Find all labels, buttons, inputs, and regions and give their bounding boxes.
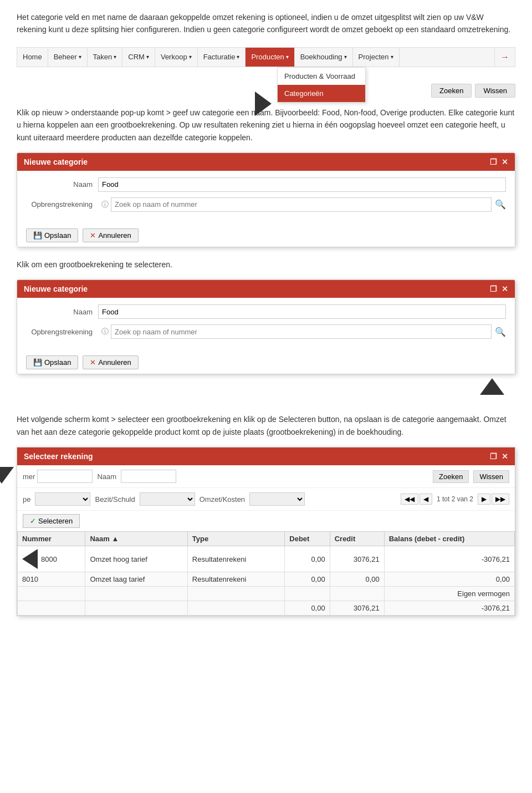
modal2-close-icon[interactable]: ✕ — [502, 284, 508, 293]
table-row[interactable]: 8010 Omzet laag tarief Resultatenrekeni … — [18, 572, 515, 587]
save-icon2: 💾 — [33, 358, 42, 367]
table-body: 8000 Omzet hoog tarief Resultatenrekeni … — [18, 546, 515, 616]
save-icon1: 💾 — [33, 231, 42, 240]
select-modal-close-icon[interactable]: ✕ — [502, 452, 508, 461]
modal2-resize-icon[interactable]: ❐ — [490, 284, 497, 293]
modal2-cancel-button[interactable]: ✕ Annuleren — [83, 355, 138, 369]
modal2-opbrengst-input[interactable] — [111, 324, 492, 339]
dropdown-producten-voorraad[interactable]: Producten & Voorraad — [278, 68, 365, 85]
nav-beheer-label: Beheer — [54, 53, 77, 61]
nav-projecten-label: Projecten — [359, 53, 389, 61]
nav-beheer[interactable]: Beheer ▾ — [48, 48, 88, 67]
nav-producten-arrow: ▾ — [286, 54, 289, 60]
info-icon1[interactable]: ⓘ — [101, 200, 109, 210]
bezit-filter-select[interactable] — [140, 492, 195, 506]
modal2-opbrengst-row: Opbrengstrekening ⓘ 🔍 — [26, 324, 506, 339]
pag-first[interactable]: ◀◀ — [401, 494, 418, 505]
type-filter-select[interactable] — [35, 492, 90, 506]
col-nummer[interactable]: Nummer — [18, 532, 85, 546]
grand-total-credit: 3076,21 — [330, 601, 384, 616]
filter-row2: pe Bezit/Schuld Omzet/Kosten ◀◀ ◀ 1 tot … — [17, 488, 515, 511]
producten-dropdown: Producten & Voorraad Categorieën — [277, 67, 366, 103]
nav-facturatie[interactable]: Facturatie ▾ — [198, 48, 246, 67]
modal2-header-actions: ❐ ✕ — [490, 284, 508, 293]
select-modal-resize-icon[interactable]: ❐ — [490, 452, 497, 461]
table-row[interactable]: 8000 Omzet hoog tarief Resultatenrekeni … — [18, 546, 515, 572]
grand-total-balans: -3076,21 — [384, 601, 514, 616]
nav-verkoop-arrow: ▾ — [189, 54, 192, 60]
naam-filter-label: Naam — [97, 472, 116, 481]
pagination-btns: ◀◀ ◀ — [401, 494, 432, 505]
nav-taken[interactable]: Taken ▾ — [88, 48, 123, 67]
col-naam[interactable]: Naam ▲ — [85, 532, 187, 546]
sort-icon: ▲ — [111, 535, 119, 543]
col-debet[interactable]: Debet — [285, 532, 330, 546]
modal1-resize-icon[interactable]: ❐ — [490, 157, 497, 166]
select-modal-header-actions: ❐ ✕ — [490, 452, 508, 461]
para3: Het volgende scherm komt > selecteer een… — [17, 413, 515, 438]
col-type[interactable]: Type — [187, 532, 285, 546]
nav-logout[interactable]: → — [494, 48, 515, 67]
nav-home-label: Home — [23, 53, 42, 61]
naam-filter-input[interactable] — [121, 470, 176, 483]
down-arrow-annotation — [0, 467, 14, 485]
check-icon: ✓ — [30, 517, 36, 525]
modal1-cancel-button[interactable]: ✕ Annuleren — [83, 228, 138, 242]
modal2-title: Nieuwe categorie — [24, 284, 88, 293]
modal2-wrapper: Nieuwe categorie ❐ ✕ Naam Opbrengstreken… — [17, 279, 515, 374]
select-modal-header: Selecteer rekening ❐ ✕ — [17, 448, 515, 465]
modal1-opbrengst-label: Opbrengstrekening — [26, 200, 98, 209]
col-balans[interactable]: Balans (debet - credit) — [384, 532, 514, 546]
cell-credit-1: 0,00 — [330, 572, 384, 587]
modal2-footer: 💾 Opslaan ✕ Annuleren — [17, 351, 515, 374]
omzet-filter-label: Omzet/Kosten — [200, 495, 245, 504]
pag-prev[interactable]: ◀ — [420, 494, 432, 505]
total-cell-5 — [330, 587, 384, 601]
selecteren-button[interactable]: ✓ Selecteren — [23, 514, 80, 528]
nav-producten[interactable]: Producten ▾ — [245, 48, 294, 67]
arrow-to-dropdown — [255, 92, 272, 118]
total-cell-2 — [85, 587, 187, 601]
modal1-header: Nieuwe categorie ❐ ✕ — [17, 153, 515, 171]
info-icon2[interactable]: ⓘ — [101, 327, 109, 337]
spacer — [17, 385, 515, 413]
zoeken-button[interactable]: Zoeken — [431, 84, 472, 98]
pag-next[interactable]: ▶ — [478, 494, 490, 505]
total-eigen-vermogen: Eigen vermogen — [384, 587, 514, 601]
dropdown-categorieen[interactable]: Categorieën — [278, 85, 365, 102]
nav-verkoop[interactable]: Verkoop ▾ — [155, 48, 198, 67]
modal2-cancel-label: Annuleren — [98, 358, 131, 367]
total-cell-4 — [285, 587, 330, 601]
modal2-naam-input[interactable] — [98, 304, 506, 319]
col-credit[interactable]: Credit — [330, 532, 384, 546]
modal1-close-icon[interactable]: ✕ — [502, 157, 508, 166]
modal1-naam-input[interactable] — [98, 177, 506, 192]
cancel-icon1: ✕ — [90, 231, 96, 240]
nav-home[interactable]: Home — [17, 48, 48, 67]
modal2-naam-row: Naam — [26, 304, 506, 319]
intro-paragraph: Het categorie veld en met name de daaraa… — [17, 11, 515, 36]
grand-total-row: 0,00 3076,21 -3076,21 — [18, 601, 515, 616]
modal1-search-icon[interactable]: 🔍 — [495, 199, 506, 210]
modal2-opbrengst-label: Opbrengstrekening — [26, 328, 98, 336]
bezit-filter-label: Bezit/Schuld — [95, 495, 135, 504]
total-row: Eigen vermogen — [18, 587, 515, 601]
total-cell-3 — [187, 587, 285, 601]
pag-last[interactable]: ▶▶ — [492, 494, 509, 505]
modal1-cancel-label: Annuleren — [98, 231, 131, 240]
omzet-filter-select[interactable] — [249, 492, 305, 506]
cell-nummer-1: 8010 — [18, 572, 85, 587]
pagination-btns2: ▶ ▶▶ — [478, 494, 509, 505]
modal2-save-button[interactable]: 💾 Opslaan — [26, 355, 78, 369]
wissen-button[interactable]: Wissen — [475, 84, 515, 98]
nav-projecten[interactable]: Projecten ▾ — [353, 48, 400, 67]
modal1-save-button[interactable]: 💾 Opslaan — [26, 228, 78, 242]
modal2-search-icon[interactable]: 🔍 — [495, 327, 506, 337]
modal1-opbrengst-input[interactable] — [111, 197, 492, 212]
filter-wissen-button[interactable]: Wissen — [473, 470, 509, 483]
nav-boekhouding[interactable]: Boekhouding ▾ — [295, 48, 353, 67]
nav-crm[interactable]: CRM ▾ — [122, 48, 155, 67]
nummer-input[interactable] — [37, 470, 93, 483]
filter-zoeken-button[interactable]: Zoeken — [433, 470, 469, 483]
nav-taken-arrow: ▾ — [114, 54, 116, 60]
